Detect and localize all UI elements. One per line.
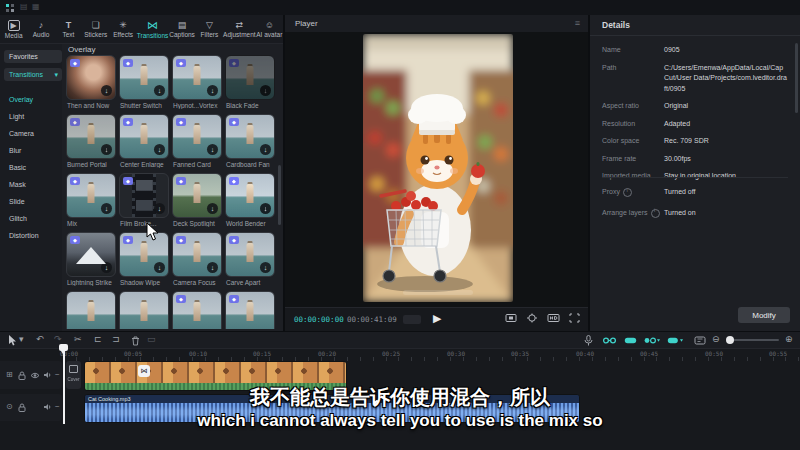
window-menu-icon[interactable]: ▤ (20, 2, 28, 11)
transition-thumbnail[interactable] (66, 291, 116, 329)
download-icon[interactable] (154, 203, 165, 214)
delete-right-icon[interactable]: ⊐ (112, 334, 120, 344)
transition-item[interactable]: Fanned Card (172, 114, 222, 171)
timeline-ruler[interactable]: 00:00 00:05 00:10 00:15 00:20 00:25 00:3… (0, 349, 800, 361)
mute-track-icon[interactable] (43, 371, 52, 379)
transition-item[interactable]: Center Enlarge (119, 114, 169, 171)
tab-filters[interactable]: Filters (196, 20, 223, 38)
details-scrollbar[interactable] (795, 43, 798, 113)
download-icon[interactable] (207, 144, 218, 155)
transition-thumbnail[interactable] (66, 173, 116, 218)
transition-thumbnail[interactable] (66, 232, 116, 277)
transition-thumbnail[interactable] (119, 291, 169, 329)
transition-thumbnail[interactable] (172, 173, 222, 218)
timeline-zoom-slider[interactable] (727, 339, 779, 341)
lock-track-icon[interactable] (18, 371, 26, 380)
download-icon[interactable] (154, 262, 165, 273)
transition-item[interactable]: Shadow Wipe (119, 232, 169, 289)
modify-button[interactable]: Modify (738, 307, 790, 323)
transition-thumbnail[interactable] (66, 55, 116, 100)
download-icon[interactable] (260, 85, 271, 96)
tab-adjustment[interactable]: Adjustment (223, 20, 256, 38)
fullscreen-icon[interactable] (569, 313, 580, 323)
auto-link-icon[interactable] (624, 337, 637, 344)
zoom-in-icon[interactable]: ⊕ (785, 334, 793, 344)
tab-ai-avatar[interactable]: AI avatar (256, 20, 283, 38)
transition-item[interactable]: World Bender (225, 173, 275, 230)
info-icon[interactable] (623, 188, 632, 197)
delete-left-icon[interactable]: ⊏ (94, 334, 102, 344)
transition-thumbnail[interactable] (119, 114, 169, 159)
sidebar-item-distortion[interactable]: Distortion (9, 232, 39, 239)
tool-dropdown-icon[interactable]: ▾ (19, 334, 24, 344)
transition-item[interactable]: Then and Now (66, 55, 116, 112)
transition-thumbnail[interactable] (225, 232, 275, 277)
sidebar-item-blur[interactable]: Blur (9, 147, 21, 154)
crop-icon[interactable]: ▭ (147, 334, 156, 344)
preview-video[interactable] (363, 34, 513, 302)
magnetic-snap-icon[interactable] (603, 337, 616, 344)
zoom-out-icon[interactable]: ⊖ (712, 334, 720, 344)
sidebar-item-mask[interactable]: Mask (9, 181, 26, 188)
transition-item[interactable] (225, 291, 275, 329)
transition-item[interactable]: Camera Focus (172, 232, 222, 289)
transition-item[interactable]: Carve Apart (225, 232, 275, 289)
transition-item[interactable] (66, 291, 116, 329)
window-layout-icon[interactable]: ▦ (32, 2, 40, 11)
transition-thumbnail[interactable] (119, 55, 169, 100)
transition-thumbnail[interactable] (172, 114, 222, 159)
sidebar-item-glitch[interactable]: Glitch (9, 215, 27, 222)
zoom-slider-thumb[interactable] (726, 336, 734, 344)
tab-text[interactable]: Text (55, 20, 82, 38)
download-icon[interactable] (154, 85, 165, 96)
tab-effects[interactable]: Effects (109, 20, 136, 38)
transition-item[interactable]: Deck Spotlight (172, 173, 222, 230)
transition-item[interactable] (172, 291, 222, 329)
transition-thumbnail[interactable] (225, 291, 275, 329)
tab-captions[interactable]: Captions (168, 20, 195, 38)
transition-thumbnail[interactable] (172, 55, 222, 100)
transition-item[interactable]: Mix (66, 173, 116, 230)
tab-media[interactable]: Media (0, 20, 27, 39)
transition-thumbnail[interactable] (172, 291, 222, 329)
redo-icon[interactable]: ↷ (54, 334, 62, 344)
transition-thumbnail[interactable] (119, 173, 169, 218)
transition-item[interactable]: Burned Portal (66, 114, 116, 171)
grid-scrollbar[interactable] (278, 165, 281, 225)
tab-stickers[interactable]: Stickers (82, 20, 109, 38)
player-menu-icon[interactable]: ≡ (575, 18, 580, 28)
transition-item-hovered[interactable]: Film Broke... (119, 173, 169, 230)
duration-selector[interactable] (403, 315, 421, 324)
transition-thumbnail[interactable] (66, 114, 116, 159)
info-icon[interactable] (651, 209, 660, 218)
download-icon[interactable] (207, 262, 218, 273)
transition-thumbnail[interactable] (225, 55, 275, 100)
download-icon[interactable] (101, 262, 112, 273)
download-icon[interactable] (260, 144, 271, 155)
undo-icon[interactable]: ↶ (36, 334, 44, 344)
ratio-icon[interactable] (505, 313, 517, 323)
download-icon[interactable] (154, 144, 165, 155)
keyframe-icon[interactable] (667, 337, 684, 344)
adjust-view-icon[interactable] (694, 336, 706, 345)
download-icon[interactable] (260, 262, 271, 273)
transition-thumbnail[interactable] (225, 173, 275, 218)
hide-track-icon[interactable] (30, 372, 40, 379)
download-icon[interactable] (101, 85, 112, 96)
transitions-category-button[interactable]: Transitions ▾ (4, 68, 62, 81)
transition-item[interactable] (119, 291, 169, 329)
transition-item[interactable]: Lightning Strike (66, 232, 116, 289)
sidebar-item-slide[interactable]: Slide (9, 198, 25, 205)
resolution-icon[interactable] (547, 313, 560, 323)
download-icon[interactable] (260, 203, 271, 214)
play-button[interactable] (433, 312, 441, 325)
favorites-button[interactable]: Favorites (4, 50, 62, 63)
transition-thumbnail[interactable] (172, 232, 222, 277)
download-icon[interactable] (101, 203, 112, 214)
download-icon[interactable] (207, 203, 218, 214)
sidebar-item-light[interactable]: Light (9, 113, 24, 120)
tab-transitions[interactable]: Transitions (137, 20, 169, 39)
record-voiceover-icon[interactable] (584, 335, 593, 346)
sidebar-item-basic[interactable]: Basic (9, 164, 26, 171)
download-icon[interactable] (101, 144, 112, 155)
